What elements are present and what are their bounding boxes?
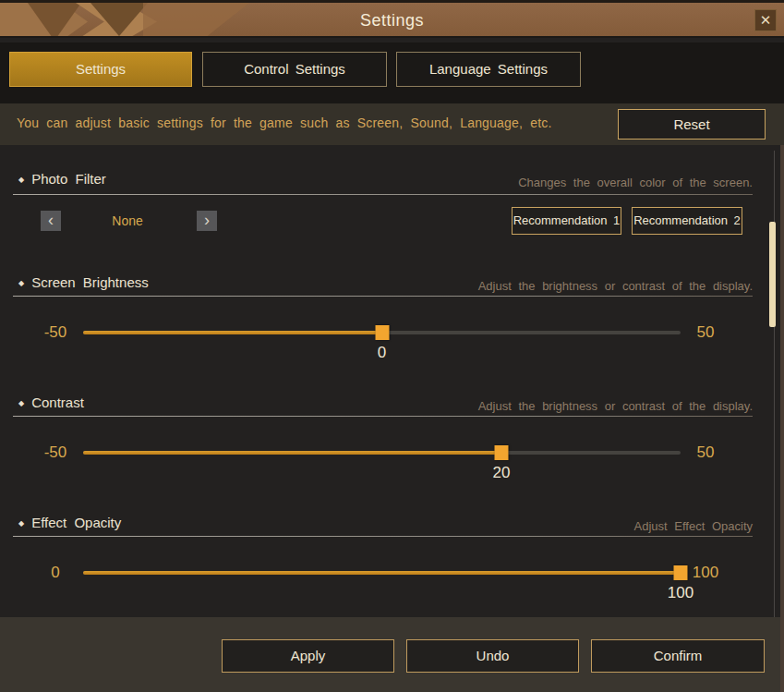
settings-window: Settings ✕ Settings Control Settings Lan… <box>0 0 784 692</box>
contrast-title-label: Contrast <box>31 395 84 410</box>
recommendation-1-button[interactable]: Recommendation 1 <box>512 207 621 235</box>
divider <box>13 194 753 195</box>
photo-filter-title-label: Photo Filter <box>31 171 106 187</box>
section-screen-brightness: ◆Screen Brightness Adjust the brightness… <box>0 265 780 385</box>
tab-language-settings[interactable]: Language Settings <box>396 52 581 87</box>
diamond-bullet-icon: ◆ <box>18 519 24 528</box>
section-effect-opacity: ◆Effect Opacity Adjust Effect Opacity 0 … <box>0 505 780 617</box>
screen-brightness-description: Adjust the brightness or contrast of the… <box>478 279 753 293</box>
apply-button[interactable]: Apply <box>222 639 394 673</box>
screen-brightness-title-label: Screen Brightness <box>31 274 149 290</box>
confirm-button[interactable]: Confirm <box>591 639 765 673</box>
footer-bar: Apply Undo Confirm <box>0 617 784 692</box>
effect-opacity-title-label: Effect Opacity <box>31 515 121 530</box>
screen-brightness-slider[interactable]: 0 <box>83 331 681 334</box>
tab-settings[interactable]: Settings <box>9 52 192 87</box>
window-title: Settings <box>0 11 784 30</box>
divider <box>13 296 753 297</box>
contrast-min-label: -50 <box>28 443 83 462</box>
diamond-bullet-icon: ◆ <box>18 399 24 407</box>
contrast-value: 20 <box>492 464 510 482</box>
scrollbar-thumb[interactable] <box>769 222 776 327</box>
photo-filter-prev-icon[interactable]: ‹ <box>41 211 61 231</box>
settings-content: ◆Photo Filter Changes the overall color … <box>0 145 784 617</box>
titlebar: Settings ✕ <box>0 0 784 38</box>
section-contrast: ◆Contrast Adjust the brightness or contr… <box>0 385 780 505</box>
recommendation-2-button[interactable]: Recommendation 2 <box>632 207 742 235</box>
photo-filter-description: Changes the overall color of the screen. <box>518 176 753 189</box>
effect-opacity-slider[interactable]: 100 <box>83 571 681 575</box>
divider <box>13 536 753 537</box>
contrast-title: ◆Contrast <box>18 395 84 410</box>
undo-button[interactable]: Undo <box>406 639 579 673</box>
slider-fill <box>83 331 382 334</box>
photo-filter-title: ◆Photo Filter <box>18 171 106 187</box>
contrast-max-label: 50 <box>681 443 730 462</box>
effect-opacity-min-label: 0 <box>28 564 83 582</box>
effect-opacity-value: 100 <box>668 584 694 602</box>
slider-fill <box>83 571 681 575</box>
slider-fill <box>83 451 501 455</box>
contrast-slider-handle[interactable] <box>494 445 508 460</box>
scrollbar-track[interactable] <box>774 151 775 617</box>
diamond-bullet-icon: ◆ <box>18 176 24 184</box>
diamond-bullet-icon: ◆ <box>18 279 24 287</box>
contrast-slider[interactable]: 20 <box>83 451 681 455</box>
reset-button[interactable]: Reset <box>618 109 766 140</box>
info-bar: You can adjust basic settings for the ga… <box>0 103 784 145</box>
contrast-description: Adjust the brightness or contrast of the… <box>478 399 753 413</box>
screen-brightness-slider-handle[interactable] <box>375 325 389 340</box>
close-icon[interactable]: ✕ <box>754 9 777 31</box>
photo-filter-value: None <box>81 213 174 228</box>
effect-opacity-title: ◆Effect Opacity <box>18 515 121 530</box>
divider <box>13 416 753 417</box>
section-photo-filter: ◆Photo Filter Changes the overall color … <box>0 145 780 265</box>
screen-brightness-min-label: -50 <box>28 323 83 342</box>
info-text: You can adjust basic settings for the ga… <box>17 115 552 130</box>
effect-opacity-description: Adjust Effect Opacity <box>634 519 753 533</box>
tab-control-settings[interactable]: Control Settings <box>202 52 387 87</box>
effect-opacity-max-label: 100 <box>681 564 730 582</box>
tab-strip: Settings Control Settings Language Setti… <box>0 42 784 103</box>
screen-brightness-title: ◆Screen Brightness <box>18 274 149 290</box>
screen-brightness-value: 0 <box>378 344 386 362</box>
photo-filter-next-icon[interactable]: › <box>197 211 217 231</box>
screen-brightness-max-label: 50 <box>681 323 730 342</box>
